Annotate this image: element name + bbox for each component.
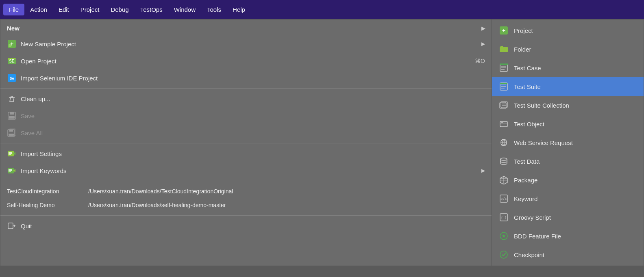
folder-svg [499, 45, 508, 54]
recent-project-0-path: /Users/xuan.tran/Downloads/TestCloudInte… [88, 188, 233, 195]
right-folder-label: Folder [514, 46, 531, 53]
dropdown-container: New ▶ + New Sample Project ▶ [0, 19, 644, 266]
new-label: New [7, 25, 20, 32]
right-project-label: Project [514, 27, 533, 34]
menu-project[interactable]: Project [75, 4, 105, 15]
open-project-icon: SE [7, 56, 17, 66]
new-arrow-icon: ▶ [481, 26, 485, 31]
right-testsuite-label: Test Suite [514, 83, 541, 90]
import-settings-icon [7, 149, 17, 158]
right-menu-webservice[interactable]: Web Service Request [492, 133, 644, 152]
menu-tools[interactable]: Tools [201, 4, 227, 15]
separator-2 [0, 143, 492, 143]
svg-text:SE: SE [9, 59, 15, 63]
groovy-svg: { } [499, 213, 508, 222]
menu-help[interactable]: Help [227, 4, 251, 15]
folder-icon [498, 44, 509, 54]
menu-testops[interactable]: TestOps [135, 4, 168, 15]
menu-window[interactable]: Window [168, 4, 201, 15]
save-all-svg [7, 128, 16, 137]
save-all-label: Save All [21, 130, 43, 136]
menu-import-selenium[interactable]: Se Import Selenium IDE Project [0, 69, 492, 87]
right-package-label: Package [514, 177, 537, 184]
menu-edit[interactable]: Edit [53, 4, 75, 15]
webservice-svg [499, 138, 508, 147]
right-menu-checkpoint[interactable]: Checkpoint [492, 245, 644, 264]
project-svg: + [499, 26, 508, 35]
svg-point-54 [500, 158, 507, 160]
testcase-icon [498, 63, 509, 73]
import-keywords-svg [7, 166, 16, 175]
right-menu-testcase[interactable]: Test Case [492, 58, 644, 77]
selenium-icon: Se [7, 73, 17, 83]
project-icon: + [498, 25, 509, 36]
testsuite-svg [499, 82, 508, 91]
right-menu-bdd[interactable]: ★ BDD Feature File [492, 227, 644, 245]
import-settings-svg [7, 149, 16, 158]
groovy-icon: { } [498, 212, 509, 223]
right-bdd-label: BDD Feature File [514, 233, 561, 240]
recent-project-1-name: Self-Healing Demo [7, 202, 88, 208]
separator-4 [0, 215, 492, 216]
clean-up-label: Clean up... [21, 95, 50, 102]
open-project-svg: SE [7, 56, 16, 65]
right-keyword-label: Keyword [514, 195, 537, 202]
checkpoint-svg [499, 250, 508, 259]
import-settings-label: Import Settings [21, 150, 62, 157]
testobject-icon: ··· [498, 119, 509, 129]
bdd-svg: ★ [499, 232, 508, 240]
separator-1 [0, 88, 492, 89]
menu-new-sample-project[interactable]: + New Sample Project ▶ [0, 35, 492, 52]
selenium-svg: Se [7, 74, 16, 82]
recent-project-0[interactable]: TestCloudIntegration /Users/xuan.tran/Do… [0, 184, 492, 198]
right-menu-testsuite[interactable]: Test Suite [492, 77, 644, 96]
svg-point-64 [500, 251, 507, 258]
testsuitecollection-icon [498, 100, 509, 110]
save-icon [7, 111, 17, 121]
testsuite-icon [498, 81, 509, 92]
right-menu-folder[interactable]: Folder [492, 40, 644, 58]
menu-file[interactable]: File [3, 4, 24, 15]
import-keywords-arrow-icon: ▶ [481, 168, 485, 173]
webservice-icon [498, 137, 509, 148]
open-project-shortcut: ⌘O [475, 58, 485, 64]
svg-text:Se: Se [9, 76, 14, 80]
right-menu-groovy[interactable]: { } Groovy Script [492, 208, 644, 227]
checkpoint-icon [498, 249, 509, 260]
recent-project-1[interactable]: Self-Healing Demo /Users/xuan.tran/Downl… [0, 198, 492, 212]
menu-save-all: Save All [0, 124, 492, 141]
svg-text:★: ★ [502, 234, 506, 238]
svg-rect-12 [9, 116, 15, 119]
import-keywords-label: Import Keywords [21, 167, 67, 174]
cleanup-icon [7, 94, 17, 104]
svg-marker-29 [14, 225, 15, 227]
menu-action[interactable]: Action [24, 4, 53, 15]
recent-project-1-path: /Users/xuan.tran/Downloads/self-healing-… [88, 202, 226, 208]
svg-text:{ }: { } [501, 216, 507, 220]
menubar: File Action Edit Project Debug TestOps W… [0, 0, 644, 19]
right-menu-project[interactable]: + Project [492, 21, 644, 40]
bdd-icon: ★ [498, 231, 509, 241]
menu-open-project[interactable]: SE Open Project ⌘O [0, 52, 492, 69]
new-sample-arrow-icon: ▶ [481, 41, 485, 47]
save-all-icon [7, 128, 17, 138]
menu-clean-up[interactable]: Clean up... [0, 90, 492, 107]
right-menu-testdata[interactable]: Test Data [492, 152, 644, 171]
right-groovy-label: Groovy Script [514, 214, 551, 221]
right-checkpoint-label: Checkpoint [514, 251, 544, 258]
menu-import-settings[interactable]: Import Settings [0, 145, 492, 162]
quit-icon [7, 221, 17, 231]
recent-project-0-name: TestCloudIntegration [7, 188, 88, 195]
right-menu-package[interactable]: Package [492, 171, 644, 189]
right-menu-keyword[interactable]: </> Keyword [492, 189, 644, 208]
menu-import-keywords[interactable]: Import Keywords ▶ [0, 162, 492, 179]
right-menu-testobject[interactable]: ··· Test Object [492, 115, 644, 133]
keyword-icon: </> [498, 193, 509, 204]
right-testsuitecoll-label: Test Suite Collection [514, 102, 569, 109]
menu-debug[interactable]: Debug [105, 4, 134, 15]
keyword-svg: </> [499, 194, 508, 203]
menu-quit[interactable]: Quit [0, 217, 492, 234]
right-testobject-label: Test Object [514, 121, 544, 128]
menu-new[interactable]: New ▶ [0, 21, 492, 35]
right-menu-testsuitecollection[interactable]: Test Suite Collection [492, 96, 644, 115]
